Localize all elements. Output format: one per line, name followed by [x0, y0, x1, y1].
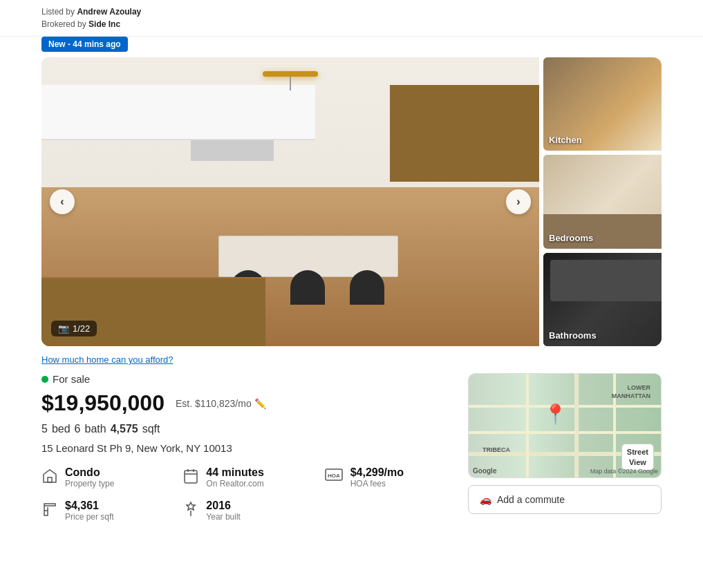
add-commute-label: Add a commute	[497, 494, 565, 505]
listing-price: $19,950,000	[41, 390, 165, 416]
photo-counter: 📷 1/22	[51, 321, 97, 336]
svg-rect-1	[185, 471, 197, 483]
hoa-fees-label: HOA fees	[350, 479, 404, 489]
bedroom-thumb-label: Bedrooms	[549, 233, 593, 243]
bedroom-thumbnail[interactable]: Bedrooms	[543, 155, 662, 248]
for-sale-indicator	[41, 376, 48, 383]
property-type-label: Property type	[65, 479, 114, 489]
street-view-line1: Street	[627, 447, 648, 457]
property-details-grid: Condo Property type	[41, 466, 454, 522]
bathroom-thumbnail[interactable]: Bathrooms	[543, 253, 662, 346]
afford-link[interactable]: How much home can you afford?	[41, 354, 662, 365]
car-icon: 🚗	[480, 494, 491, 505]
edit-payment-icon[interactable]: ✏️	[254, 398, 266, 409]
year-built-value: 2016	[206, 500, 241, 512]
google-logo: Google	[473, 467, 496, 475]
kitchen-thumb-label: Kitchen	[549, 135, 582, 145]
svg-text:HOA: HOA	[328, 473, 340, 479]
hoa-fees-value: $4,299/mo	[350, 466, 404, 479]
price-per-sqft-label: Price per sqft	[65, 512, 114, 522]
time-on-market-label: On Realtor.com	[206, 479, 264, 489]
bathroom-thumb-label: Bathrooms	[549, 330, 597, 341]
map-pin: 📍	[543, 403, 568, 426]
time-on-market-text: 44 minutes On Realtor.com	[206, 466, 264, 489]
map-attribution: Map data ©2024 Google	[590, 468, 658, 475]
hoa-fees-text: $4,299/mo HOA fees	[350, 466, 404, 489]
sqft-label: sqft	[142, 423, 160, 435]
brokerage-name: Side Inc	[88, 19, 120, 29]
photo-count-label: 1/22	[73, 323, 90, 334]
thumbnail-grid: Kitchen Bedrooms Bathrooms	[543, 57, 662, 346]
beds-baths-sqft-row: 5 bed 6 bath 4,575 sqft	[41, 423, 454, 435]
main-content: New - 44 mins ago	[0, 37, 703, 548]
brokered-by-label: Brokered by	[41, 19, 86, 29]
price-per-sqft-text: $4,361 Price per sqft	[65, 500, 114, 522]
map-container[interactable]: 📍 LOWER MANHATTAN TRIBECA Street View Go…	[468, 373, 662, 478]
prev-image-button[interactable]: ‹	[50, 189, 75, 214]
map-image: 📍 LOWER MANHATTAN TRIBECA Street View Go…	[469, 374, 661, 477]
sqft-value: 4,575	[111, 423, 138, 435]
for-sale-label: For sale	[53, 373, 90, 385]
for-sale-row: For sale	[41, 373, 454, 385]
agent-info: Listed by Andrew Azoulay Brokered by Sid…	[41, 6, 141, 30]
price-row: $19,950,000 Est. $110,823/mo ✏️	[41, 390, 454, 416]
listing-address: 15 Leonard St Ph 9, New York, NY 10013	[41, 442, 454, 454]
map-section: 📍 LOWER MANHATTAN TRIBECA Street View Go…	[468, 373, 662, 534]
time-on-market-value: 44 minutes	[206, 466, 264, 479]
image-gallery: ‹ › 📷 1/22 Kitchen Bedrooms	[41, 57, 662, 346]
baths-count: 6	[75, 423, 81, 435]
beds-label: bed	[52, 423, 71, 435]
year-built-text: 2016 Year built	[206, 500, 241, 522]
beds-count: 5	[41, 423, 48, 435]
hoa-icon: HOA	[324, 468, 344, 486]
calendar-icon	[182, 468, 199, 489]
svg-rect-7	[44, 511, 48, 515]
kitchen-thumbnail[interactable]: Kitchen	[543, 57, 662, 151]
price-per-sqft-detail: $4,361 Price per sqft	[41, 500, 171, 522]
street-view-button[interactable]: Street View	[621, 444, 654, 471]
content-row: For sale $19,950,000 Est. $110,823/mo ✏️…	[41, 373, 662, 534]
svg-rect-8	[44, 504, 55, 506]
est-payment-label: Est. $110,823/mo	[176, 398, 252, 409]
est-payment: Est. $110,823/mo ✏️	[176, 398, 266, 409]
add-commute-button[interactable]: 🚗 Add a commute	[468, 485, 662, 514]
year-built-icon	[182, 501, 199, 522]
price-per-sqft-value: $4,361	[65, 500, 114, 512]
time-on-market-detail: 44 minutes On Realtor.com	[182, 466, 312, 489]
hoa-fees-detail: HOA $4,299/mo HOA fees	[324, 466, 454, 489]
baths-label: bath	[85, 423, 106, 435]
property-type-icon	[41, 468, 58, 489]
property-type-text: Condo Property type	[65, 466, 114, 489]
camera-icon: 📷	[58, 323, 69, 334]
main-image[interactable]: ‹ › 📷 1/22	[41, 57, 539, 346]
listed-by-label: Listed by	[41, 7, 75, 17]
next-image-button[interactable]: ›	[506, 189, 531, 214]
agent-bar: Listed by Andrew Azoulay Brokered by Sid…	[0, 0, 703, 37]
new-badge: New - 44 mins ago	[41, 37, 128, 52]
listing-details: For sale $19,950,000 Est. $110,823/mo ✏️…	[41, 373, 454, 534]
svg-rect-0	[48, 477, 52, 482]
street-view-line2: View	[627, 457, 648, 467]
price-sqft-icon	[41, 501, 58, 522]
year-built-detail: 2016 Year built	[182, 500, 312, 522]
property-type-detail: Condo Property type	[41, 466, 171, 489]
property-type-value: Condo	[65, 466, 114, 479]
agent-name: Andrew Azoulay	[77, 7, 141, 17]
year-built-label: Year built	[206, 512, 241, 522]
